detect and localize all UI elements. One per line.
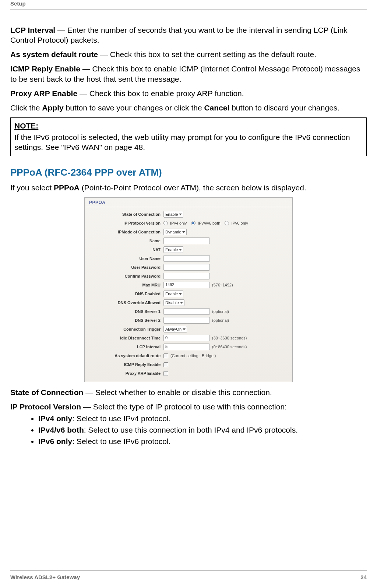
label-proxy-arp-shot: Proxy ARP Enable — [88, 371, 163, 376]
list-item-ipv4-only: IPv4 only: Select to use IPv4 protocol. — [38, 413, 367, 423]
label-user-password: User Password — [88, 265, 163, 270]
hint-dns2-optional: (optional) — [212, 318, 229, 323]
select-dns-enabled[interactable]: Enable — [163, 291, 183, 297]
pppoa-panel: PPPOA State of Connection Enable IP Prot… — [84, 197, 293, 383]
select-connection-trigger[interactable]: AlwayOn — [163, 326, 187, 332]
input-name[interactable] — [163, 237, 210, 244]
radio-label-ipv6-only: IPv6 only — [231, 221, 248, 226]
para-apply-cancel: Click the Apply button to save your chan… — [10, 103, 367, 113]
select-dns-override[interactable]: Disable — [163, 299, 184, 306]
footer-page-number: 24 — [360, 574, 367, 581]
label-state: State of Connection — [88, 212, 163, 217]
select-state[interactable]: Enable — [163, 211, 183, 218]
checkbox-default-route[interactable] — [163, 353, 168, 358]
term-lcp-interval: LCP Interval — [10, 26, 55, 34]
checkbox-proxy-arp[interactable] — [163, 371, 168, 376]
radio-ipv4v6-both[interactable] — [191, 221, 195, 225]
label-idle-disconnect: Idle Disconnect Time — [88, 335, 163, 341]
label-dns-server-1: DNS Server 1 — [88, 309, 163, 314]
label-icmp-reply-shot: ICMP Reply Enable — [88, 362, 163, 367]
label-confirm-password: Confirm Password — [88, 274, 163, 279]
note-body: If the IPv6 protocol is selected, the we… — [14, 132, 363, 152]
text-proxy-arp: — Check this box to enable proxy ARP fun… — [77, 89, 244, 98]
label-dns-server-2: DNS Server 2 — [88, 318, 163, 323]
term-li-both: IPv4/v6 both — [38, 426, 84, 434]
hint-lcp-interval: (0~86400 seconds) — [212, 344, 247, 349]
term-pppoa: PPPoA — [54, 183, 80, 192]
list-item-ipv6-only: IPv6 only: Select to use IPv6 protocol. — [38, 436, 367, 446]
input-confirm-password[interactable] — [163, 273, 210, 279]
note-title: NOTE: — [14, 121, 363, 131]
footer-product: Wireless ADSL2+ Gateway — [10, 574, 80, 581]
label-max-mru: Max MRU — [88, 282, 163, 288]
pppoa-panel-body: State of Connection Enable IP Protocol V… — [85, 207, 292, 382]
label-ipmode: IPMode of Connection — [88, 229, 163, 235]
text-default-route: — Check this box to set the current sett… — [98, 50, 316, 59]
input-dns-server-2[interactable] — [163, 317, 210, 324]
text-li-both: : Select to use this connection in both … — [84, 426, 298, 434]
label-user-name: User Name — [88, 256, 163, 261]
bullet-list-ip-version: IPv4 only: Select to use IPv4 protocol. … — [38, 413, 367, 447]
text-pppoa-post: (Point-to-Point Protocol over ATM), the … — [80, 183, 306, 192]
radio-ipv6-only[interactable] — [225, 221, 229, 225]
term-state-of-connection: State of Connection — [10, 388, 83, 397]
input-user-name[interactable] — [163, 255, 210, 262]
section-header: Setup — [10, 0, 367, 10]
hint-dns1-optional: (optional) — [212, 309, 229, 314]
text-apply-pre: Click the — [10, 103, 42, 112]
radio-ipv4-only[interactable] — [163, 221, 168, 225]
text-apply-mid: button to save your changes or click the — [64, 103, 204, 112]
select-ipmode[interactable]: Dynamic — [163, 229, 187, 235]
hint-default-route: (Current setting : Bridge ) — [170, 353, 216, 358]
heading-pppoa: PPPoA (RFC-2364 PPP over ATM) — [10, 166, 367, 179]
hint-max-mru: (576~1492) — [212, 282, 233, 288]
label-default-route-shot: As system default route — [88, 353, 163, 358]
label-ip-protocol-version: IP Protocol Version — [88, 221, 163, 226]
text-pppoa-pre: If you select — [10, 183, 54, 192]
hint-idle-disconnect: (30~3600 seconds) — [212, 335, 247, 341]
text-li-ipv6: : Select to use IPv6 protocol. — [72, 437, 170, 446]
list-item-ipv4v6-both: IPv4/v6 both: Select to use this connect… — [38, 425, 367, 435]
term-cancel: Cancel — [204, 103, 229, 112]
para-lcp-interval: LCP Interval — Enter the number of secon… — [10, 25, 367, 45]
input-dns-server-1[interactable] — [163, 308, 210, 315]
label-nat: NAT — [88, 247, 163, 252]
para-pppoa-intro: If you select PPPoA (Point-to-Point Prot… — [10, 183, 367, 193]
term-ip-protocol-version: IP Protocol Version — [10, 402, 81, 411]
term-default-route: As system default route — [10, 50, 98, 59]
text-apply-post: button to discard your changes. — [229, 103, 339, 112]
page-footer: Wireless ADSL2+ Gateway 24 — [10, 570, 367, 581]
term-proxy-arp: Proxy ARP Enable — [10, 89, 77, 98]
label-connection-trigger: Connection Trigger — [88, 327, 163, 332]
input-max-mru[interactable]: 1492 — [163, 282, 210, 288]
checkbox-icmp-reply[interactable] — [163, 362, 168, 367]
para-proxy-arp: Proxy ARP Enable — Check this box to ena… — [10, 88, 367, 98]
label-dns-override: DNS Override Allowed — [88, 300, 163, 305]
text-ip-protocol-version: — Select the type of IP protocol to use … — [81, 402, 287, 411]
para-default-route: As system default route — Check this box… — [10, 49, 367, 59]
text-state-of-connection: — Select whether to enable or disable th… — [83, 388, 272, 397]
para-icmp-reply: ICMP Reply Enable — Check this box to en… — [10, 64, 367, 84]
term-li-ipv6: IPv6 only — [38, 437, 72, 446]
radio-label-ipv4-only: IPv4 only — [170, 221, 187, 226]
input-user-password[interactable] — [163, 264, 210, 271]
radio-label-ipv4v6-both: IPv4/v6 both — [198, 221, 220, 226]
para-ip-protocol-version: IP Protocol Version — Select the type of… — [10, 402, 367, 412]
term-icmp-reply: ICMP Reply Enable — [10, 64, 80, 73]
term-li-ipv4: IPv4 only — [38, 414, 72, 423]
text-li-ipv4: : Select to use IPv4 protocol. — [72, 414, 170, 423]
label-dns-enabled: DNS Enabled — [88, 291, 163, 296]
input-idle-disconnect[interactable]: 0 — [163, 335, 210, 341]
screenshot-container: PPPOA State of Connection Enable IP Prot… — [10, 197, 367, 383]
label-lcp-interval-shot: LCP Interval — [88, 344, 163, 349]
select-nat[interactable]: Enable — [163, 246, 183, 253]
pppoa-panel-title: PPPOA — [85, 198, 292, 208]
input-lcp-interval[interactable]: 5 — [163, 344, 210, 350]
text-lcp-interval: — Enter the number of seconds that you w… — [10, 26, 348, 44]
note-box: NOTE: If the IPv6 protocol is selected, … — [10, 117, 367, 156]
para-state-of-connection: State of Connection — Select whether to … — [10, 387, 367, 397]
term-apply: Apply — [42, 103, 63, 112]
label-name: Name — [88, 238, 163, 243]
